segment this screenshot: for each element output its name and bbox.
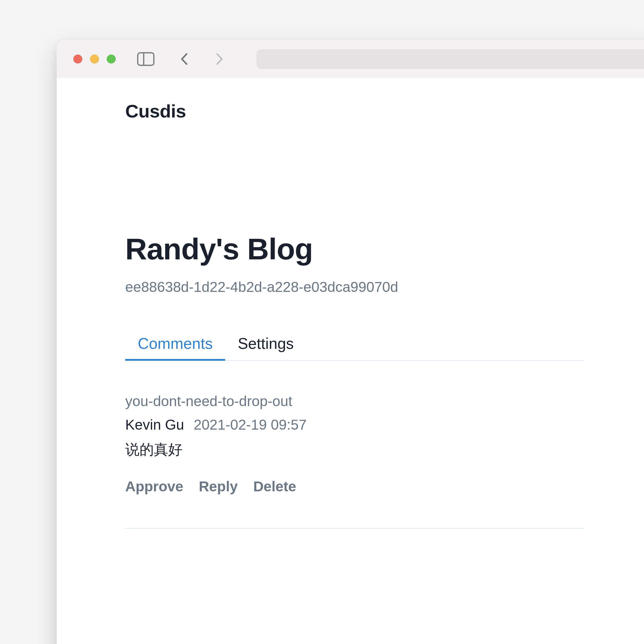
delete-button[interactable]: Delete xyxy=(253,478,296,495)
traffic-lights xyxy=(73,55,116,64)
approve-button[interactable]: Approve xyxy=(125,478,183,495)
browser-window: Cusdis Randy's Blog ee88638d-1d22-4b2d-a… xyxy=(57,40,644,644)
blog-id: ee88638d-1d22-4b2d-a228-e03dca99070d xyxy=(125,279,584,295)
chevron-left-icon xyxy=(180,52,188,66)
tab-settings[interactable]: Settings xyxy=(225,328,306,360)
sidebar-icon xyxy=(137,52,154,66)
reply-button[interactable]: Reply xyxy=(199,478,238,495)
divider xyxy=(125,528,584,529)
chevron-right-icon xyxy=(215,52,224,66)
comment-body: 说的真好 xyxy=(125,440,584,459)
svg-rect-0 xyxy=(138,53,154,65)
page-content: Cusdis Randy's Blog ee88638d-1d22-4b2d-a… xyxy=(57,78,644,529)
nav-arrows xyxy=(180,52,224,66)
comment-meta: Kevin Gu 2021-02-19 09:57 xyxy=(125,417,584,433)
tabs: Comments Settings xyxy=(125,328,584,361)
address-bar[interactable] xyxy=(256,49,644,69)
minimize-window-button[interactable] xyxy=(90,55,99,64)
maximize-window-button[interactable] xyxy=(107,55,116,64)
back-button[interactable] xyxy=(180,52,188,66)
tab-comments[interactable]: Comments xyxy=(125,328,225,360)
app-name: Cusdis xyxy=(125,100,584,122)
sidebar-toggle-button[interactable] xyxy=(137,52,154,66)
blog-title: Randy's Blog xyxy=(125,232,584,266)
browser-titlebar xyxy=(57,40,644,78)
comment-author: Kevin Gu xyxy=(125,417,184,433)
close-window-button[interactable] xyxy=(73,55,82,64)
comment-item: you-dont-need-to-drop-out Kevin Gu 2021-… xyxy=(125,393,584,495)
comment-date: 2021-02-19 09:57 xyxy=(193,417,306,433)
comment-slug[interactable]: you-dont-need-to-drop-out xyxy=(125,393,584,409)
forward-button[interactable] xyxy=(215,52,224,66)
comment-actions: Approve Reply Delete xyxy=(125,478,584,495)
